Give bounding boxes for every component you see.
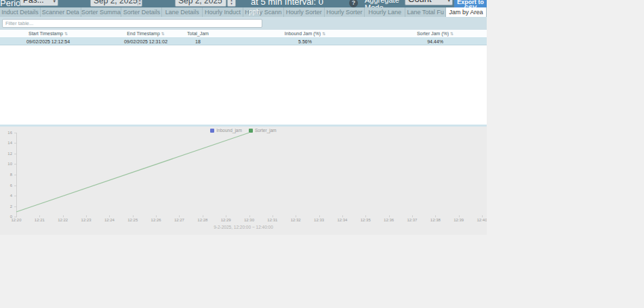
table-cell: 18 — [195, 39, 201, 44]
table-body-empty — [0, 45, 487, 125]
tab-hourly-sorter[interactable]: Hourly Sorter — [284, 7, 325, 17]
chart-series-layer — [0, 127, 487, 235]
period-select[interactable]: Pas... ▾ — [20, 0, 58, 6]
column-header-total-jam[interactable]: Total_Jam — [187, 31, 209, 36]
table-cell: 5.56% — [298, 39, 312, 44]
tab-bar: Induct DetailsScanner DetaSorter SummaSo… — [0, 7, 487, 17]
chevron-down-icon: ▾ — [447, 0, 450, 4]
tab-lane-total-fu[interactable]: Lane Total Fu — [405, 7, 446, 17]
aggregate-mode-select[interactable]: Count ▾ — [405, 0, 453, 5]
tab-scanner-deta[interactable]: Scanner Deta — [41, 7, 81, 17]
table-cell: 09/02/2025 12:31:02 — [124, 39, 167, 44]
filter-panel — [0, 17, 487, 30]
column-header-sorter-jam-[interactable]: Sorter Jam (%)⇅ — [417, 31, 454, 36]
tab-hourly-induct[interactable]: Hourly Induct — [203, 7, 243, 17]
interval-text: at 5 min Interval: 0 — [251, 0, 323, 7]
sort-icon[interactable]: ⇅ — [450, 32, 454, 36]
help-icon[interactable]: ? — [349, 0, 358, 7]
tab-hourly-lane[interactable]: Hourly Lane — [365, 7, 405, 17]
tab-induct-details[interactable]: Induct Details — [0, 7, 41, 17]
chevron-down-icon: ▾ — [53, 0, 56, 5]
table-cell: 94.44% — [427, 39, 443, 44]
end-date-spinner[interactable]: ▴▾ — [227, 0, 236, 7]
end-date-value: Sep 2, 2025 — [178, 0, 222, 5]
column-header-start-timestamp[interactable]: Start Timestamp⇅ — [28, 31, 68, 36]
start-date-value: Sep 2, 2025 — [94, 0, 138, 5]
sort-icon[interactable]: ⇅ — [64, 32, 68, 36]
filter-input[interactable] — [2, 19, 262, 28]
tab-sorter-summa[interactable]: Sorter Summa — [81, 7, 122, 17]
app-window: Period Pas... ▾ Start Date Sep 2, 2025 ▴… — [0, 0, 644, 308]
tab-lane-details[interactable]: Lane Details — [162, 7, 203, 17]
end-date-input[interactable]: Sep 2, 2025 — [175, 0, 226, 7]
table-row: 09/02/2025 12:12:5409/02/2025 12:31:0218… — [0, 37, 487, 45]
column-header-end-timestamp[interactable]: End Timestamp⇅ — [127, 31, 165, 36]
export-csv-button[interactable]: Export to CSV — [454, 0, 487, 7]
toolbar: Period Pas... ▾ Start Date Sep 2, 2025 ▴… — [0, 0, 487, 7]
sort-icon[interactable]: ⇅ — [161, 32, 165, 36]
tab-jam-by-area[interactable]: Jam by Area — [446, 7, 487, 17]
column-header-inbound-jam-[interactable]: Inbound Jam (%)⇅ — [285, 31, 325, 36]
period-select-value: Pas... — [23, 0, 44, 5]
pph-overlay-text: pph — [249, 8, 260, 16]
aggregate-mode-value: Count — [408, 0, 432, 4]
date-spinner-icon[interactable]: ▴▾ — [138, 0, 142, 5]
table-header: Start Timestamp⇅End Timestamp⇅Total_JamI… — [0, 30, 487, 37]
sort-icon[interactable]: ⇅ — [322, 32, 325, 36]
table-cell: 09/02/2025 12:12:54 — [26, 39, 70, 44]
start-date-input[interactable]: Sep 2, 2025 ▴▾ — [90, 0, 142, 7]
aggregate-mode-label: Aggregate Mode — [365, 0, 399, 7]
tab-hourly-sorter[interactable]: Hourly Sorter — [325, 7, 365, 17]
tab-sorter-details[interactable]: Sorter Details — [121, 7, 162, 17]
series-line-sorter_jam — [16, 133, 249, 212]
jam-line-chart: Inbound_jamSorter_jam 9-2-2025, 12:20:00… — [0, 127, 487, 235]
